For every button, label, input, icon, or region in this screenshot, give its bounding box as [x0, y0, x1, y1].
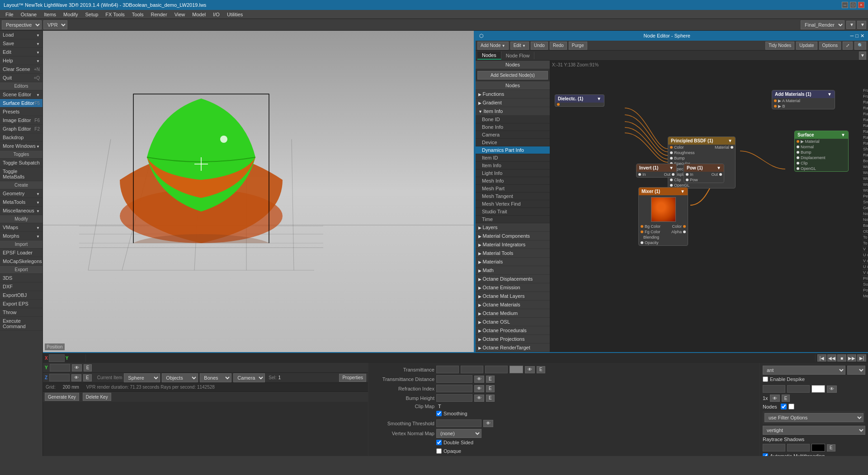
r-255-input[interactable]: 255: [763, 385, 785, 393]
menu-io[interactable]: I/O: [209, 11, 223, 18]
update-button[interactable]: Update: [796, 42, 817, 50]
category-layers[interactable]: Layers: [476, 223, 550, 232]
transmittance-e-button[interactable]: E: [537, 366, 545, 373]
node-item-mesh-part[interactable]: Mesh Part: [476, 185, 550, 193]
render-expand[interactable]: ▼: [846, 21, 855, 29]
sidebar-item-image-editor[interactable]: Image Editor F6: [0, 116, 42, 125]
close-button[interactable]: ✕: [858, 2, 864, 8]
sidebar-item-morphs[interactable]: Morphs: [0, 232, 42, 240]
sidebar-item-miscellaneous[interactable]: Miscellaneous: [0, 207, 42, 215]
edit-button[interactable]: Edit: [510, 42, 529, 50]
render-mode-select[interactable]: Final_Render: [801, 20, 844, 29]
sidebar-item-surface-editor[interactable]: Surface Editor F5: [0, 99, 42, 108]
z-e-button[interactable]: E: [83, 374, 92, 381]
smoothing-checkbox[interactable]: [436, 411, 442, 416]
airtight-select[interactable]: vertight: [763, 426, 865, 435]
sidebar-item-help[interactable]: Help: [0, 56, 42, 65]
node-item-bone-info[interactable]: Bone Info: [476, 123, 550, 131]
smooth-thresh-eye-button[interactable]: 👁: [483, 420, 493, 427]
menu-render[interactable]: Render: [147, 11, 171, 18]
current-item-select[interactable]: Sphere: [124, 373, 160, 382]
category-material-components[interactable]: Material Components: [476, 232, 550, 240]
menu-items[interactable]: Items: [40, 11, 60, 18]
add-selected-node-button[interactable]: Add Selected Node(s): [477, 71, 548, 80]
category-octane-osl[interactable]: Octane OSL: [476, 318, 550, 326]
node-item-device[interactable]: Device: [476, 139, 550, 146]
node-invert[interactable]: Invert (1) ▼ In Out: [636, 164, 677, 178]
category-gradient[interactable]: Gradient: [476, 99, 550, 107]
category-octane-medium[interactable]: Octane Medium: [476, 309, 550, 318]
category-octane-materials[interactable]: Octane Materials: [476, 301, 550, 309]
auto-multithreading-checkbox[interactable]: [763, 453, 768, 456]
objects-select[interactable]: Objects: [162, 373, 198, 382]
bump-eye-button[interactable]: 👁: [474, 395, 484, 402]
shadow-e-button[interactable]: E: [827, 444, 835, 451]
stop-button[interactable]: ■: [837, 354, 846, 362]
sidebar-item-edit[interactable]: Edit: [0, 48, 42, 56]
category-octane-displacements[interactable]: Octane Displacements: [476, 275, 550, 283]
sidebar-item-3ds[interactable]: 3DS: [0, 274, 42, 282]
sidebar-item-quit[interactable]: Quit +Q: [0, 74, 42, 82]
transmittance-swatch[interactable]: [509, 366, 523, 373]
nodes-checkbox2[interactable]: [788, 404, 794, 409]
add-node-button[interactable]: Add Node: [477, 42, 509, 50]
view-mode-select[interactable]: Perspective: [2, 20, 42, 29]
transmittance-r-input[interactable]: 128: [436, 366, 459, 373]
maximize-button[interactable]: □: [850, 2, 856, 8]
category-materials[interactable]: Materials: [476, 258, 550, 266]
node-item-mesh-vertex-find[interactable]: Mesh Vertex Find: [476, 200, 550, 208]
sidebar-item-clear-scene[interactable]: Clear Scene +N: [0, 65, 42, 74]
refraction-index-input[interactable]: 1.5: [436, 385, 472, 392]
category-octane-mat-layers[interactable]: Octane Mat Layers: [476, 292, 550, 301]
node-item-item-info[interactable]: Item Info: [476, 162, 550, 169]
category-material-tools[interactable]: Material Tools: [476, 249, 550, 258]
x-coord-input[interactable]: 0 m: [49, 354, 65, 362]
sidebar-item-graph-editor[interactable]: Graph Editor F2: [0, 125, 42, 133]
lx-eye-button[interactable]: 👁: [770, 395, 780, 402]
node-mixer[interactable]: Mixer (1) ▼ Bg Color Color Fg Color: [638, 187, 688, 246]
sidebar-item-scene-editor[interactable]: Scene Editor: [0, 90, 42, 99]
menu-view[interactable]: View: [171, 11, 189, 18]
properties-button[interactable]: Properties: [339, 374, 366, 382]
z-eye-button[interactable]: 👁: [71, 374, 81, 381]
category-item-info[interactable]: Item Info: [476, 107, 550, 116]
ne-expand-button[interactable]: ⤢: [843, 42, 853, 50]
node-item-studio-trait[interactable]: Studio Trait: [476, 208, 550, 216]
bones-select[interactable]: Bones: [200, 373, 231, 382]
menu-tools[interactable]: Tools: [128, 11, 147, 18]
sidebar-item-exportobj[interactable]: ExportOBJ: [0, 291, 42, 300]
category-octane-render-target[interactable]: Octane RenderTarget: [476, 343, 550, 352]
y-e-button[interactable]: E: [84, 364, 92, 372]
enable-despike-checkbox[interactable]: [763, 376, 768, 382]
step-backward-button[interactable]: |◀: [817, 354, 826, 362]
node-item-time[interactable]: Time: [476, 216, 550, 223]
vpr-select[interactable]: VPR: [43, 20, 67, 29]
sidebar-item-load[interactable]: Load: [0, 31, 42, 39]
play-forward-button[interactable]: ▶▶: [847, 354, 856, 362]
sidebar-item-toggle-metaballs[interactable]: Toggle MetaBalls: [0, 167, 42, 181]
category-material-integrators[interactable]: Material Integrators: [476, 240, 550, 249]
filter-options-select[interactable]: use Filter Options: [764, 413, 863, 422]
vertex-normal-map-select[interactable]: (none): [436, 429, 481, 438]
options-button[interactable]: Options: [819, 42, 841, 50]
ne-tab-options-button[interactable]: ▼: [859, 52, 866, 60]
opaque-checkbox[interactable]: [436, 448, 442, 454]
node-canvas[interactable]: X:-31 Y:138 Zoom:91%: [550, 61, 868, 352]
menu-utilities[interactable]: Utilities: [223, 11, 246, 18]
redo-button[interactable]: Redo: [550, 42, 567, 50]
lx-e-button[interactable]: E: [782, 395, 790, 402]
ne-search-button[interactable]: 🔍: [854, 42, 866, 50]
render-settings[interactable]: ▼: [857, 21, 866, 29]
sidebar-item-backdrop[interactable]: Backdrop: [0, 133, 42, 142]
node-dielectric[interactable]: Dielectc. (1) ▼: [555, 94, 604, 107]
nodes-checkbox[interactable]: [781, 404, 787, 409]
category-octane-emission[interactable]: Octane Emission: [476, 283, 550, 292]
sidebar-item-throw[interactable]: Throw: [0, 308, 42, 317]
sidebar-item-execute-command[interactable]: Execute Command: [0, 317, 42, 331]
surface-sub-select[interactable]: [847, 366, 865, 375]
node-item-camera[interactable]: Camera: [476, 131, 550, 139]
node-add-materials[interactable]: Add Materials (1) ▼ ▶ A Material ▶ B: [772, 90, 835, 109]
sidebar-item-toggle-subpatch[interactable]: Toggle Subpatch: [0, 159, 42, 167]
sidebar-item-metatools[interactable]: MetaTools: [0, 198, 42, 207]
sidebar-item-presets[interactable]: Presets: [0, 108, 42, 116]
